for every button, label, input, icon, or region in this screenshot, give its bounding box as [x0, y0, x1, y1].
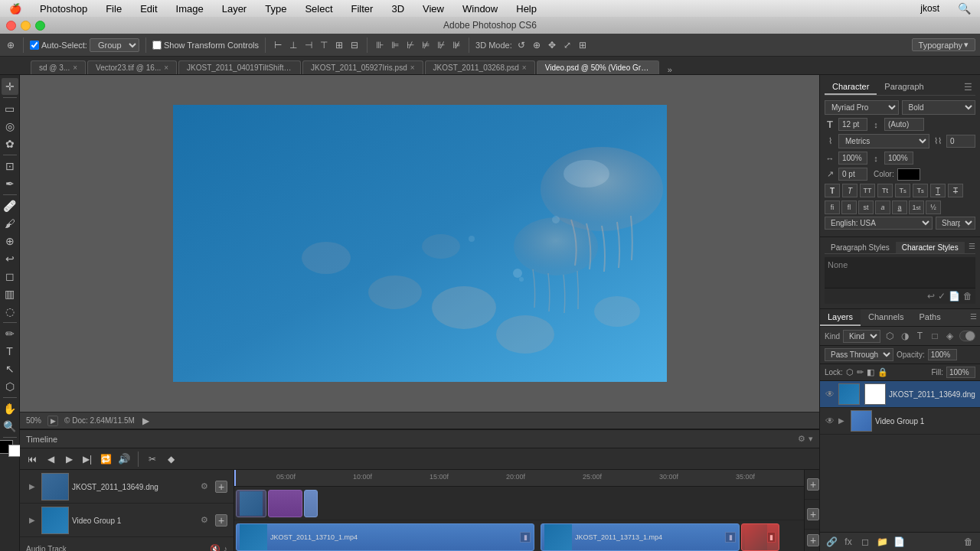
track-clip-small-1[interactable] — [304, 490, 318, 517]
character-styles-tab[interactable]: Character Styles — [896, 242, 965, 253]
tabs-overflow-button[interactable]: » — [662, 65, 678, 74]
underline-btn[interactable]: T — [930, 184, 946, 197]
close-button[interactable] — [6, 21, 16, 31]
tl-add-button-2[interactable]: + — [215, 514, 227, 527]
tab-close-icon[interactable]: × — [164, 64, 168, 72]
track-clip-3[interactable]: ▮ — [741, 523, 779, 551]
zoom-indicator[interactable]: ▶ — [47, 416, 58, 426]
font-style-select[interactable]: Bold Regular Italic — [902, 100, 976, 115]
align-left-icon[interactable]: ⊢ — [272, 39, 284, 51]
quick-select-tool[interactable]: ✿ — [2, 135, 18, 152]
tl-add-button-1[interactable]: + — [215, 481, 227, 493]
3d-pan-icon[interactable]: ✥ — [546, 39, 558, 51]
text-color-swatch[interactable] — [897, 168, 920, 181]
strikethrough-btn[interactable]: T — [948, 184, 963, 197]
play-button[interactable]: ▶ — [141, 416, 152, 426]
audio-music-icon[interactable]: ♪ — [224, 544, 228, 551]
ordinal-btn[interactable]: a — [875, 201, 890, 214]
apple-menu[interactable]: 🍎 — [6, 3, 24, 15]
show-transform-checkbox[interactable] — [152, 41, 162, 50]
filter-adjust-icon[interactable]: ◑ — [899, 329, 911, 343]
menu-filter[interactable]: Filter — [348, 3, 377, 15]
timeline-collapse-icon[interactable]: ▾ — [808, 434, 813, 444]
menu-photoshop[interactable]: Photoshop — [37, 3, 90, 15]
new-layer-icon[interactable]: 📄 — [892, 535, 906, 549]
filter-shape-icon[interactable]: □ — [929, 329, 941, 343]
ligature-btn[interactable]: fi — [825, 201, 840, 214]
tab-close-icon[interactable]: × — [73, 64, 77, 72]
align-center-v-icon[interactable]: ⊞ — [333, 39, 345, 51]
add-mask-icon[interactable]: ◻ — [858, 535, 872, 549]
add-track-button-1[interactable]: + — [807, 478, 819, 491]
menu-image[interactable]: Image — [173, 3, 207, 15]
tab-close-icon[interactable]: × — [410, 64, 415, 72]
tab-iris[interactable]: JKOST_2011_05927Iris.psd× — [302, 60, 423, 74]
shape-tool[interactable]: ⬡ — [2, 378, 18, 395]
tab-sd[interactable]: sd @ 3...× — [31, 60, 86, 74]
3d-slide-icon[interactable]: ⤢ — [561, 39, 573, 51]
tab-character[interactable]: Character — [825, 80, 877, 95]
align-right-icon[interactable]: ⊣ — [302, 39, 315, 51]
align-top-icon[interactable]: ⊤ — [318, 39, 330, 51]
tracking-input[interactable] — [946, 135, 975, 148]
pen-tool[interactable]: ✏ — [2, 325, 18, 342]
tab-paragraph[interactable]: Paragraph — [877, 80, 931, 95]
history-brush-tool[interactable]: ↩ — [2, 250, 18, 267]
gradient-tool[interactable]: ▥ — [2, 285, 18, 302]
stamp-tool[interactable]: ⊕ — [2, 233, 18, 249]
layers-tab-layers[interactable]: Layers — [820, 309, 861, 326]
filter-toggle[interactable] — [959, 331, 975, 341]
track-clip-2[interactable]: JKOST_2011_13713_1.mp4 ▮ — [541, 523, 740, 551]
layer-item-2[interactable]: 👁 ▶ Video Group 1 — [820, 408, 980, 435]
sub-btn[interactable]: Ts — [913, 184, 928, 197]
fill-input[interactable] — [946, 367, 975, 378]
step-forward-button[interactable]: ▶| — [80, 452, 95, 467]
tl-layer-expand-2[interactable]: ▶ — [26, 514, 38, 527]
delete-layer-icon[interactable]: 🗑 — [962, 535, 975, 549]
3d-rotate-icon[interactable]: ↺ — [515, 39, 528, 51]
loop-button[interactable]: 🔁 — [98, 452, 113, 467]
move-tool[interactable]: ✛ — [2, 78, 18, 95]
distribute-right-icon[interactable]: ⊬ — [404, 39, 416, 51]
3d-roll-icon[interactable]: ⊕ — [531, 39, 543, 51]
tl-layer-settings-1[interactable]: ⚙ — [197, 479, 212, 494]
layers-panel-menu-icon[interactable]: ☰ — [967, 309, 980, 326]
ligature2-btn[interactable]: fl — [841, 201, 857, 214]
menu-edit[interactable]: Edit — [137, 3, 160, 15]
distribute-center-v-icon[interactable]: ⊮ — [435, 39, 447, 51]
crop-tool[interactable]: ⊡ — [2, 158, 18, 174]
add-track-button-2[interactable]: + — [807, 508, 819, 520]
lasso-tool[interactable]: ◎ — [2, 118, 18, 135]
allcaps-btn[interactable]: TT — [860, 184, 875, 197]
keyframe-button[interactable]: ◆ — [163, 452, 178, 467]
smallcaps-btn[interactable]: Tt — [877, 184, 893, 197]
blur-tool[interactable]: ◌ — [2, 303, 18, 320]
lock-all-icon[interactable]: 🔒 — [877, 367, 888, 377]
tl-layer-expand-1[interactable]: ▶ — [26, 481, 38, 493]
marquee-tool[interactable]: ▭ — [2, 100, 18, 117]
timeline-settings-icon[interactable]: ⚙ — [798, 434, 805, 444]
char-panel-menu-icon[interactable]: ☰ — [961, 80, 975, 95]
ordinal2-btn[interactable]: a — [892, 201, 907, 214]
3d-scale-icon[interactable]: ⊞ — [577, 39, 589, 51]
italic-btn[interactable]: T — [842, 184, 858, 197]
align-bottom-icon[interactable]: ⊟ — [348, 39, 361, 51]
new-group-icon[interactable]: 📁 — [875, 535, 889, 549]
antialiasing-select[interactable]: Sharp Smooth Crisp Strong None — [936, 217, 975, 230]
playhead[interactable] — [234, 470, 236, 486]
menu-layer[interactable]: Layer — [219, 3, 250, 15]
move-tool-icon[interactable]: ⊕ — [5, 39, 17, 51]
brush-tool[interactable]: 🖌 — [2, 215, 18, 232]
tab-video[interactable]: Video.psd @ 50% (Video Group 1, RGB/8*)× — [537, 60, 659, 74]
leading-input[interactable] — [884, 118, 924, 131]
layers-tab-paths[interactable]: Paths — [912, 309, 949, 326]
auto-select-dropdown[interactable]: Group Layer — [90, 38, 139, 52]
search-icon[interactable]: 🔍 — [955, 2, 974, 15]
styles-delete-icon[interactable]: 🗑 — [963, 291, 972, 302]
auto-select-checkbox[interactable] — [30, 41, 39, 50]
super-btn[interactable]: Ts — [895, 184, 910, 197]
menu-3d[interactable]: 3D — [388, 3, 407, 15]
language-select[interactable]: English: USA — [825, 217, 933, 230]
styles-undo-icon[interactable]: ↩ — [927, 291, 935, 302]
super2-btn[interactable]: 1st — [909, 201, 924, 214]
